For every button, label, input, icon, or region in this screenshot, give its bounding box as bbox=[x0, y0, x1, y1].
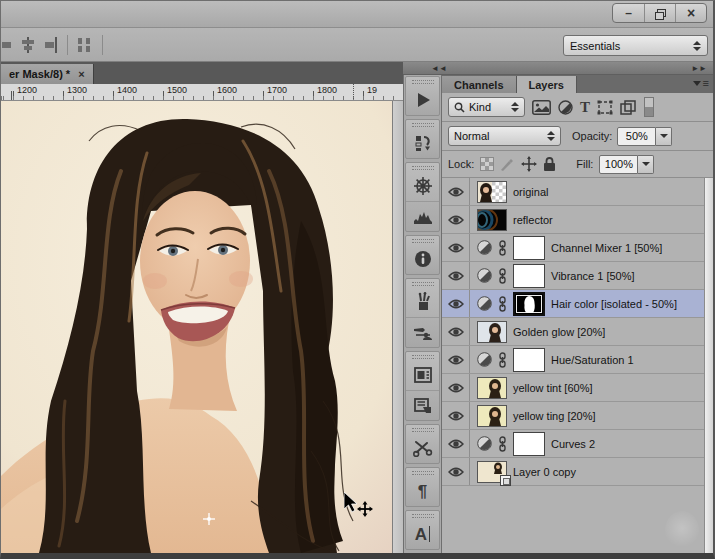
tab-layers[interactable]: Layers bbox=[517, 76, 577, 93]
lock-transparency-icon[interactable] bbox=[480, 157, 494, 171]
history-panel-icon[interactable] bbox=[406, 128, 439, 158]
align-left-edges-icon[interactable] bbox=[0, 35, 17, 55]
filter-toggle[interactable] bbox=[644, 97, 654, 117]
panel-menu-icon[interactable]: ≡ bbox=[693, 78, 709, 89]
layer-row[interactable]: Channel Mixer 1 [50%] bbox=[442, 234, 704, 262]
photoshop-window: – × Essentials bbox=[0, 0, 715, 559]
info-panel-icon[interactable] bbox=[406, 244, 439, 274]
expand-panels-icon[interactable]: ►► bbox=[691, 64, 707, 73]
tab-channels[interactable]: Channels bbox=[442, 76, 517, 93]
drag-grip[interactable] bbox=[412, 355, 434, 359]
lock-pixels-icon[interactable] bbox=[500, 157, 515, 172]
adjustment-layer-icon bbox=[477, 268, 492, 283]
layer-comps-panel-icon[interactable] bbox=[406, 360, 439, 390]
layer-list: original reflector bbox=[442, 178, 713, 553]
layer-row[interactable]: Hue/Saturation 1 bbox=[442, 346, 704, 374]
minimize-button[interactable]: – bbox=[613, 4, 644, 22]
restore-button[interactable] bbox=[644, 4, 675, 22]
clone-source-panel-icon[interactable] bbox=[406, 390, 439, 420]
layer-thumbnail[interactable] bbox=[477, 321, 507, 343]
lock-all-icon[interactable] bbox=[543, 156, 556, 172]
layer-mask-thumbnail[interactable] bbox=[513, 236, 545, 260]
drag-grip[interactable] bbox=[412, 428, 434, 432]
visibility-toggle[interactable] bbox=[442, 262, 470, 289]
layer-thumbnail[interactable] bbox=[477, 377, 507, 399]
align-horizontal-centers-icon[interactable] bbox=[17, 35, 39, 55]
layer-thumbnail[interactable] bbox=[477, 181, 507, 203]
opacity-dropdown-arrow[interactable] bbox=[656, 127, 672, 146]
layer-row[interactable]: Golden glow [20%] bbox=[442, 318, 704, 346]
canvas-vertical-scrollbar[interactable] bbox=[392, 101, 403, 553]
mask-link-icon[interactable] bbox=[498, 296, 507, 312]
filter-type-layers-icon[interactable]: T bbox=[580, 99, 590, 116]
align-right-edges-icon[interactable] bbox=[39, 35, 61, 55]
actions-panel-icon[interactable] bbox=[406, 85, 439, 115]
layer-thumbnail[interactable] bbox=[477, 209, 507, 231]
drag-grip[interactable] bbox=[412, 514, 434, 518]
canvas[interactable] bbox=[1, 101, 403, 553]
drag-grip[interactable] bbox=[412, 282, 434, 286]
drag-grip[interactable] bbox=[412, 123, 434, 127]
layer-mask-thumbnail[interactable] bbox=[513, 264, 545, 288]
navigator-wheel-icon[interactable] bbox=[406, 171, 439, 201]
character-panel-icon[interactable]: A bbox=[406, 519, 439, 549]
visibility-toggle[interactable] bbox=[442, 402, 470, 429]
visibility-toggle[interactable] bbox=[442, 206, 470, 233]
filter-kind-dropdown[interactable]: Kind bbox=[448, 97, 525, 117]
visibility-toggle[interactable] bbox=[442, 290, 470, 317]
restore-icon bbox=[655, 9, 665, 18]
layers-scrollbar[interactable] bbox=[704, 178, 713, 553]
filter-pixel-layers-icon[interactable] bbox=[532, 100, 551, 115]
mask-link-icon[interactable] bbox=[498, 436, 507, 452]
layer-row-selected[interactable]: Hair color [isolated - 50%] bbox=[442, 290, 704, 318]
distribute-horizontal-centers-icon[interactable] bbox=[74, 35, 96, 55]
layer-row[interactable]: Curves 2 bbox=[442, 430, 704, 458]
visibility-toggle[interactable] bbox=[442, 346, 470, 373]
visibility-toggle[interactable] bbox=[442, 318, 470, 345]
layer-name: Channel Mixer 1 [50%] bbox=[551, 242, 662, 254]
visibility-toggle[interactable] bbox=[442, 458, 470, 485]
document-tab[interactable]: er Mask/8) * × bbox=[1, 64, 94, 84]
document-tab-close-icon[interactable]: × bbox=[78, 68, 84, 80]
separator bbox=[67, 35, 68, 55]
mask-link-icon[interactable] bbox=[498, 240, 507, 256]
visibility-toggle[interactable] bbox=[442, 234, 470, 261]
layer-row[interactable]: yellow tint [60%] bbox=[442, 374, 704, 402]
collapse-panels-icon[interactable]: ◄◄ bbox=[431, 64, 447, 73]
histogram-panel-icon[interactable] bbox=[406, 201, 439, 231]
layer-mask-thumbnail[interactable] bbox=[513, 348, 545, 372]
lock-position-icon[interactable] bbox=[521, 156, 537, 172]
layer-thumbnail[interactable] bbox=[477, 461, 507, 483]
layer-row[interactable]: yellow ting [20%] bbox=[442, 402, 704, 430]
mask-link-icon[interactable] bbox=[498, 352, 507, 368]
fill-field[interactable]: 100% bbox=[599, 155, 654, 174]
tool-presets-panel-icon[interactable] bbox=[406, 433, 439, 463]
filter-smart-objects-icon[interactable] bbox=[620, 100, 637, 115]
filter-shape-layers-icon[interactable] bbox=[597, 100, 613, 115]
close-button[interactable]: × bbox=[675, 4, 706, 22]
visibility-toggle[interactable] bbox=[442, 374, 470, 401]
layer-row[interactable]: reflector bbox=[442, 206, 704, 234]
drag-grip[interactable] bbox=[412, 80, 434, 84]
layer-mask-thumbnail[interactable] bbox=[513, 432, 545, 456]
filter-adjustment-layers-icon[interactable] bbox=[558, 100, 573, 115]
drag-grip[interactable] bbox=[412, 471, 434, 475]
paragraph-panel-icon[interactable]: ¶ bbox=[406, 476, 439, 506]
workspace-selector[interactable]: Essentials bbox=[563, 35, 708, 56]
fill-dropdown-arrow[interactable] bbox=[638, 155, 654, 174]
brush-presets-panel-icon[interactable] bbox=[406, 287, 439, 317]
visibility-toggle[interactable] bbox=[442, 430, 470, 457]
drag-grip[interactable] bbox=[412, 239, 434, 243]
layer-mask-thumbnail-selected[interactable] bbox=[513, 292, 545, 316]
brush-settings-panel-icon[interactable] bbox=[406, 317, 439, 347]
layer-row[interactable]: Layer 0 copy bbox=[442, 458, 704, 486]
visibility-toggle[interactable] bbox=[442, 178, 470, 205]
layer-thumbnail[interactable] bbox=[477, 405, 507, 427]
opacity-field[interactable]: 50% bbox=[617, 127, 672, 146]
faint-watermark bbox=[665, 511, 699, 549]
layer-row[interactable]: Vibrance 1 [50%] bbox=[442, 262, 704, 290]
mask-link-icon[interactable] bbox=[498, 268, 507, 284]
blend-mode-dropdown[interactable]: Normal bbox=[448, 126, 561, 146]
layer-row[interactable]: original bbox=[442, 178, 704, 206]
drag-grip[interactable] bbox=[412, 166, 434, 170]
